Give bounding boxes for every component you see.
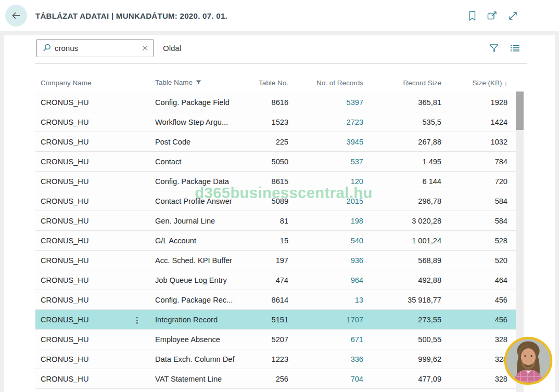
table-body: CRONUS_HUConfig. Package Field8616539736… (35, 93, 523, 389)
cell-table-name: Acc. Sched. KPI Buffer (150, 256, 249, 265)
cell-record-size: 535,5 (363, 118, 441, 126)
search-box[interactable] (36, 39, 154, 57)
content-panel: Oldal Company NameTable NameTable No.No.… (4, 35, 555, 392)
column-header-size-kb[interactable]: Size (KB)↓ (441, 79, 507, 87)
records-drilldown-link[interactable]: 13 (355, 296, 363, 304)
cell-company-name: CRONUS_HU (35, 296, 150, 304)
cell-no-of-records: 671 (288, 335, 363, 344)
cell-no-of-records: 704 (288, 375, 363, 383)
cell-table-no: 1223 (249, 355, 288, 363)
table-row[interactable]: CRONUS_HUConfig. Package Data86151206 14… (35, 172, 523, 191)
cell-record-size: 365,81 (363, 98, 441, 107)
table-row[interactable]: CRONUS_HUEmployee Absence5207671500,5532… (35, 330, 523, 349)
table-row[interactable]: CRONUS_HUContact Profile Answer508920152… (35, 191, 523, 211)
column-header-record-size[interactable]: Record Size (363, 79, 441, 87)
records-drilldown-link[interactable]: 537 (351, 158, 363, 166)
cell-no-of-records: 5397 (288, 98, 363, 107)
table-row[interactable]: CRONUS_HUConfig. Package Rec...86141335 … (35, 290, 523, 310)
list-toolbar: Oldal (4, 35, 555, 63)
cell-table-no: 5089 (249, 197, 288, 205)
column-filter-icon (196, 79, 201, 87)
records-drilldown-link[interactable]: 3945 (347, 138, 363, 146)
back-button[interactable] (5, 5, 27, 27)
cell-company-name: CRONUS_HU (35, 256, 150, 265)
search-input[interactable] (52, 44, 141, 53)
top-app-bar: TÁBLÁZAT ADATAI | MUNKADÁTUM: 2020. 07. … (0, 0, 559, 31)
records-drilldown-link[interactable]: 120 (351, 177, 363, 186)
row-context-menu-icon[interactable]: ⋮ (133, 316, 141, 323)
table-row[interactable]: CRONUS_HUGen. Journal Line811983 020,285… (35, 211, 523, 231)
records-drilldown-link[interactable]: 5397 (347, 98, 363, 107)
cell-table-no: 5207 (249, 335, 288, 344)
records-drilldown-link[interactable]: 336 (351, 355, 363, 363)
records-drilldown-link[interactable]: 2015 (347, 197, 363, 205)
table-header-row: Company NameTable NameTable No.No. of Re… (35, 63, 523, 93)
table-row[interactable]: CRONUS_HUData Exch. Column Def1223336999… (35, 349, 523, 369)
cell-size-kb: 1928 (441, 98, 507, 107)
cell-table-name: Data Exch. Column Def (150, 355, 249, 363)
bookmark-icon[interactable] (466, 10, 478, 21)
records-drilldown-link[interactable]: 540 (351, 237, 363, 245)
table-row[interactable]: CRONUS_HUG/L Account155401 001,24528 (35, 231, 523, 251)
show-list-icon[interactable] (510, 43, 520, 53)
records-drilldown-link[interactable]: 936 (351, 256, 363, 265)
cell-company-name: CRONUS_HU (35, 197, 150, 205)
page-context-label: Oldal (163, 35, 181, 61)
cell-record-size: 477,09 (363, 375, 441, 383)
table-row[interactable]: CRONUS_HUPost Code2253945267,881032 (35, 132, 523, 152)
column-header-company-name[interactable]: Company Name (35, 79, 150, 87)
records-drilldown-link[interactable]: 671 (351, 335, 363, 344)
cell-record-size: 1 495 (363, 158, 441, 166)
filter-icon[interactable] (489, 43, 499, 54)
toolbar-right-actions (489, 35, 520, 61)
cell-no-of-records: 1707 (288, 316, 363, 324)
cell-company-name: CRONUS_HU (35, 276, 150, 284)
column-label: Size (KB) (472, 79, 502, 87)
table-row[interactable]: CRONUS_HUVAT Statement Line256704477,093… (35, 369, 523, 389)
table-row[interactable]: CRONUS_HUConfig. Package Field8616539736… (35, 93, 523, 112)
cell-table-no: 5151 (249, 316, 288, 324)
avatar-photo (504, 336, 553, 385)
cell-table-no: 8615 (249, 177, 288, 186)
table-row[interactable]: CRONUS_HU⋮Integration Record51511707273,… (35, 310, 523, 330)
cell-size-kb: 1032 (441, 138, 507, 146)
cell-record-size: 273,55 (363, 316, 441, 324)
open-in-new-window-icon[interactable] (487, 10, 498, 21)
table-row[interactable]: CRONUS_HUWorkflow Step Argu...1523272353… (35, 112, 523, 132)
cell-table-no: 8616 (249, 98, 288, 107)
cell-company-name: CRONUS_HU (35, 98, 150, 107)
records-drilldown-link[interactable]: 1707 (347, 316, 363, 324)
cell-record-size: 35 918,77 (363, 296, 441, 304)
cell-size-kb: 520 (441, 256, 507, 265)
records-drilldown-link[interactable]: 704 (351, 375, 363, 383)
avatar[interactable] (504, 336, 553, 385)
records-drilldown-link[interactable]: 964 (351, 276, 363, 284)
cell-company-name: CRONUS_HU (35, 237, 150, 245)
cell-company-name: CRONUS_HU (35, 138, 150, 146)
topbar-actions (466, 0, 518, 31)
cell-no-of-records: 936 (288, 256, 363, 265)
cell-table-no: 1523 (249, 118, 288, 126)
records-drilldown-link[interactable]: 198 (351, 217, 363, 225)
page-title: TÁBLÁZAT ADATAI | MUNKADÁTUM: 2020. 07. … (35, 11, 227, 20)
cell-table-no: 225 (249, 138, 288, 146)
column-header-table-name[interactable]: Table Name (150, 79, 249, 87)
clear-search-icon[interactable] (141, 44, 149, 52)
records-drilldown-link[interactable]: 2723 (347, 118, 363, 126)
cell-no-of-records: 336 (288, 355, 363, 363)
expand-icon[interactable] (507, 10, 518, 21)
column-label: Table Name (155, 79, 193, 86)
cell-size-kb: 328 (441, 355, 507, 363)
scrollbar-thumb[interactable] (516, 92, 524, 130)
column-label: No. of Records (316, 79, 363, 87)
table-row[interactable]: CRONUS_HUAcc. Sched. KPI Buffer197936568… (35, 251, 523, 270)
cell-size-kb: 1424 (441, 118, 507, 126)
cell-record-size: 500,55 (363, 335, 441, 344)
table-row[interactable]: CRONUS_HUContact50505371 495784 (35, 152, 523, 172)
column-header-no-of-records[interactable]: No. of Records (288, 79, 363, 87)
table-row[interactable]: CRONUS_HUJob Queue Log Entry474964492,88… (35, 270, 523, 290)
cell-table-no: 256 (249, 375, 288, 383)
column-header-table-no[interactable]: Table No. (249, 79, 288, 87)
cell-table-no: 15 (249, 237, 288, 245)
cell-company-name: CRONUS_HU (35, 177, 150, 186)
